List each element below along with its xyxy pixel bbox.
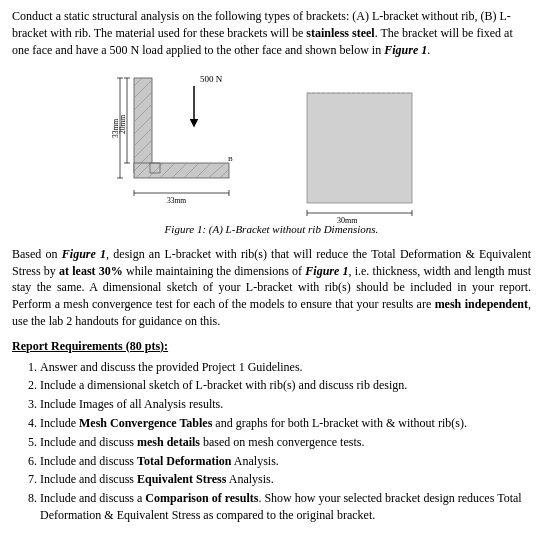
plain-bracket-figure: 30mm (302, 88, 432, 218)
list-item: Include a dimensional sketch of L-bracke… (40, 377, 531, 394)
plain-bracket-svg: 30mm (302, 88, 432, 228)
l-bracket-svg: 500 N 33mm 20mm 33mm B (112, 68, 272, 223)
list-item: Include and discuss a Comparison of resu… (40, 490, 531, 524)
list-item: Include Images of all Analysis results. (40, 396, 531, 413)
svg-rect-11 (134, 163, 229, 178)
load-label: 500 N (200, 74, 223, 84)
svg-rect-34 (307, 93, 412, 203)
dim-30mm: 30mm (337, 216, 358, 225)
dim-b-marker: B (228, 155, 233, 163)
dim-vert-width: 20mm (118, 115, 127, 134)
list-item: Include Mesh Convergence Tables and grap… (40, 415, 531, 432)
svg-rect-0 (134, 78, 152, 173)
list-item: Include and discuss Equivalent Stress An… (40, 471, 531, 488)
list-item: Include and discuss Total Deformation An… (40, 453, 531, 470)
figures-row: 500 N 33mm 20mm 33mm B (12, 68, 531, 218)
list-item: Answer and discuss the provided Project … (40, 359, 531, 376)
list-item: Include and discuss mesh details based o… (40, 434, 531, 451)
body-paragraph: Based on Figure 1, design an L-bracket w… (12, 246, 531, 330)
l-bracket-figure: 500 N 33mm 20mm 33mm B (112, 68, 272, 218)
figure-caption: Figure 1: (A) L-Bracket without rib Dime… (12, 222, 531, 237)
dim-length: 33mm (167, 196, 186, 205)
intro-paragraph: Conduct a static structural analysis on … (12, 8, 531, 58)
report-requirements-list: Answer and discuss the provided Project … (40, 359, 531, 524)
report-requirements-heading: Report Requirements (80 pts): (12, 338, 531, 355)
